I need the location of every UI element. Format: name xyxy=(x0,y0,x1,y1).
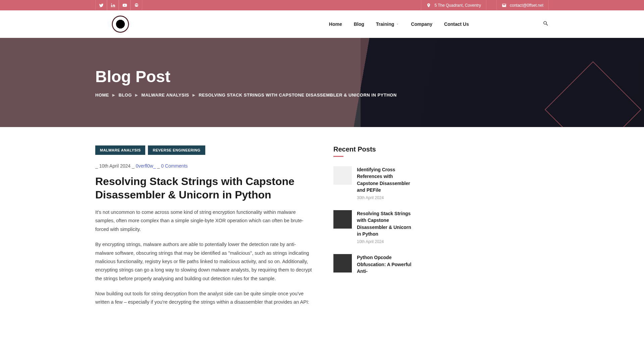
paragraph: By encrypting strings, malware authors a… xyxy=(95,240,313,283)
chevron-down-icon xyxy=(396,22,399,26)
location-icon xyxy=(426,3,431,8)
top-bar: 5 The Quadrant, Coventry contact@0ffset.… xyxy=(0,0,644,10)
nav-home[interactable]: Home xyxy=(329,21,342,27)
recent-content: Identifying Cross References with Capsto… xyxy=(357,166,414,200)
linkedin-icon[interactable] xyxy=(107,0,119,10)
recent-content: Python Opcode Obfuscation: A Powerful An… xyxy=(357,254,414,277)
breadcrumb-sep: ▶ xyxy=(193,93,196,97)
article: MALWARE ANALYSIS REVERSE ENGINEERING _ 1… xyxy=(95,145,313,313)
logo[interactable] xyxy=(112,16,129,33)
article-meta: _ 10th April 2024 _ 0verfl0w_ _ 0 Commen… xyxy=(95,163,313,169)
sidebar-underline xyxy=(333,156,343,157)
tags: MALWARE ANALYSIS REVERSE ENGINEERING xyxy=(95,145,313,155)
header: Home Blog Training Company Contact Us xyxy=(0,10,644,38)
recent-post-title[interactable]: Python Opcode Obfuscation: A Powerful An… xyxy=(357,254,414,275)
nav-contact[interactable]: Contact Us xyxy=(444,21,469,27)
address-text: 5 The Quadrant, Coventry xyxy=(434,3,481,8)
email-icon xyxy=(502,3,506,8)
recent-content: Resolving Stack Strings with Capstone Di… xyxy=(357,210,414,244)
email-info[interactable]: contact@0ffset.net xyxy=(496,0,549,10)
meta-author[interactable]: 0verfl0w_ xyxy=(136,163,156,169)
recent-post: Resolving Stack Strings with Capstone Di… xyxy=(333,210,414,244)
page-title: Blog Post xyxy=(95,67,549,86)
recent-post-date: 10th April 2024 xyxy=(357,239,414,244)
hero: Blog Post HOME ▶ BLOG ▶ MALWARE ANALYSIS… xyxy=(0,38,644,127)
top-bar-right: 5 The Quadrant, Coventry contact@0ffset.… xyxy=(421,0,549,10)
meta-date: 10th April 2024 xyxy=(99,163,130,169)
breadcrumb: HOME ▶ BLOG ▶ MALWARE ANALYSIS ▶ RESOLVI… xyxy=(95,93,549,98)
breadcrumb-home[interactable]: HOME xyxy=(95,93,109,98)
breadcrumb-current: RESOLVING STACK STRINGS WITH CAPSTONE DI… xyxy=(199,93,396,98)
recent-post-date: 30th April 2024 xyxy=(357,195,414,200)
recent-post-title[interactable]: Resolving Stack Strings with Capstone Di… xyxy=(357,210,414,237)
tag-malware-analysis[interactable]: MALWARE ANALYSIS xyxy=(95,145,145,155)
article-title: Resolving Stack Strings with Capstone Di… xyxy=(95,175,313,201)
mastodon-icon[interactable] xyxy=(130,0,142,10)
recent-thumb[interactable] xyxy=(333,166,352,185)
nav-company[interactable]: Company xyxy=(411,21,432,27)
nav-blog[interactable]: Blog xyxy=(354,21,364,27)
social-icons xyxy=(95,0,142,10)
breadcrumb-sep: ▶ xyxy=(135,93,138,97)
sidebar: Recent Posts Identifying Cross Reference… xyxy=(333,145,414,313)
twitter-icon[interactable] xyxy=(95,0,107,10)
meta-comments[interactable]: 0 Comments xyxy=(161,163,187,169)
email-text: contact@0ffset.net xyxy=(510,3,543,8)
youtube-icon[interactable] xyxy=(119,0,130,10)
address-info: 5 The Quadrant, Coventry xyxy=(421,0,486,10)
breadcrumb-sep: ▶ xyxy=(112,93,115,97)
search-icon xyxy=(543,20,549,26)
nav-training-label: Training xyxy=(376,21,394,27)
article-body: It's not uncommon to come across some ki… xyxy=(95,208,313,307)
recent-post-title[interactable]: Identifying Cross References with Capsto… xyxy=(357,166,414,193)
sidebar-title: Recent Posts xyxy=(333,145,414,153)
main-content: MALWARE ANALYSIS REVERSE ENGINEERING _ 1… xyxy=(0,127,644,332)
search-button[interactable] xyxy=(543,20,549,28)
recent-post: Identifying Cross References with Capsto… xyxy=(333,166,414,200)
breadcrumb-blog[interactable]: BLOG xyxy=(119,93,132,98)
nav-training[interactable]: Training xyxy=(376,21,399,27)
main-nav: Home Blog Training Company Contact Us xyxy=(329,21,469,27)
breadcrumb-category[interactable]: MALWARE ANALYSIS xyxy=(142,93,189,98)
recent-thumb[interactable] xyxy=(333,254,352,273)
recent-post: Python Opcode Obfuscation: A Powerful An… xyxy=(333,254,414,277)
recent-thumb[interactable] xyxy=(333,210,352,229)
paragraph: It's not uncommon to come across some ki… xyxy=(95,208,313,234)
tag-reverse-engineering[interactable]: REVERSE ENGINEERING xyxy=(148,145,205,155)
paragraph: Now building out tools for string decryp… xyxy=(95,290,313,307)
